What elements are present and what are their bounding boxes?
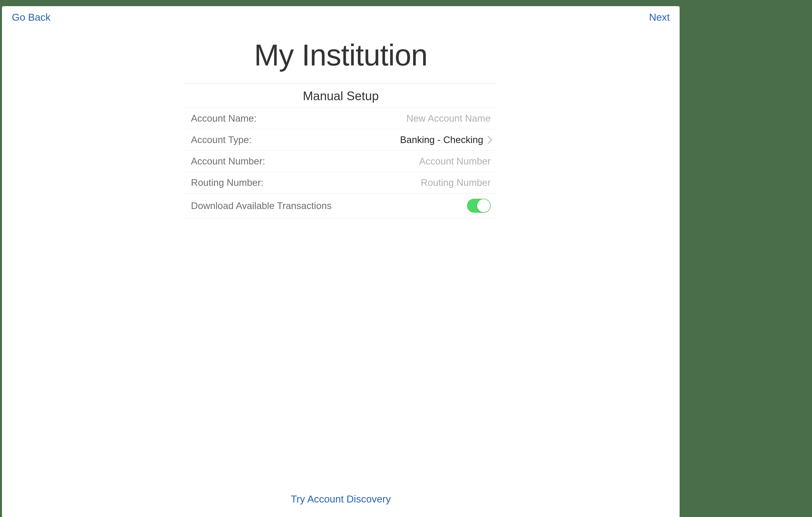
manual-setup-form: Manual Setup Account Name: Account Type:… <box>183 83 498 218</box>
download-transactions-label: Download Available Transactions <box>191 200 332 211</box>
page-title: My Institution <box>2 38 679 72</box>
go-back-button[interactable]: Go Back <box>12 11 51 23</box>
modal-header: Go Back Next <box>2 6 679 23</box>
account-number-input[interactable] <box>270 156 491 167</box>
modal-footer: Try Account Discovery <box>2 493 679 517</box>
routing-number-input[interactable] <box>268 177 491 188</box>
account-name-row: Account Name: <box>183 108 498 129</box>
account-type-value: Banking - Checking <box>400 134 483 145</box>
account-number-label: Account Number: <box>191 156 265 167</box>
routing-number-row: Routing Number: <box>183 172 498 193</box>
toggle-knob <box>477 199 490 212</box>
download-transactions-row: Download Available Transactions <box>183 193 498 218</box>
account-number-row: Account Number: <box>183 151 498 172</box>
setup-modal: Go Back Next My Institution Manual Setup… <box>2 6 679 517</box>
section-header: Manual Setup <box>183 83 498 108</box>
chevron-right-icon <box>486 136 491 143</box>
next-button[interactable]: Next <box>649 11 670 23</box>
routing-number-label: Routing Number: <box>191 177 264 188</box>
account-name-input[interactable] <box>262 113 491 124</box>
download-transactions-toggle[interactable] <box>467 199 491 213</box>
try-account-discovery-link[interactable]: Try Account Discovery <box>291 493 391 505</box>
account-type-row[interactable]: Account Type: Banking - Checking <box>183 129 498 151</box>
account-name-label: Account Name: <box>191 113 257 124</box>
account-type-select[interactable]: Banking - Checking <box>400 134 491 145</box>
account-type-label: Account Type: <box>191 134 252 145</box>
